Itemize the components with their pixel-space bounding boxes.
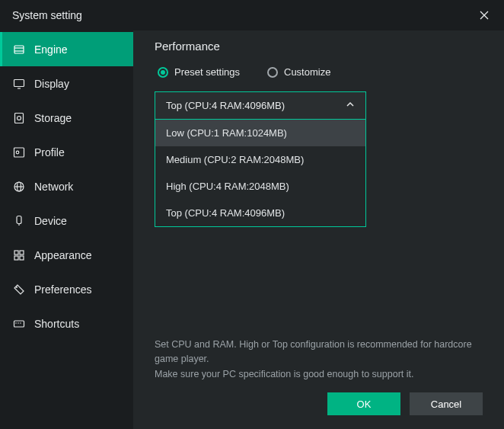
radio-preset-settings[interactable]: Preset settings bbox=[158, 66, 240, 78]
svg-rect-16 bbox=[14, 256, 18, 260]
chevron-up-icon bbox=[346, 100, 355, 111]
content-panel: Performance Preset settings Customize za… bbox=[133, 30, 504, 429]
sidebar-item-label: Network bbox=[34, 181, 73, 193]
sidebar-item-label: Shortcuts bbox=[34, 318, 79, 330]
display-icon bbox=[13, 78, 25, 90]
dialog-buttons: OK Cancel bbox=[155, 392, 483, 415]
profile-icon bbox=[13, 146, 25, 158]
svg-point-8 bbox=[16, 151, 19, 154]
svg-rect-19 bbox=[14, 321, 24, 327]
device-icon bbox=[13, 215, 25, 227]
radio-label: Preset settings bbox=[174, 66, 240, 78]
cancel-button[interactable]: Cancel bbox=[410, 392, 483, 415]
close-icon bbox=[480, 11, 489, 20]
radio-label: Customize bbox=[284, 66, 330, 78]
sidebar-item-profile[interactable]: Profile bbox=[0, 135, 133, 169]
sidebar-item-shortcuts[interactable]: Shortcuts bbox=[0, 306, 133, 341]
sidebar-item-storage[interactable]: Storage bbox=[0, 101, 133, 135]
dropdown-option-high[interactable]: High (CPU:4 RAM:2048MB) bbox=[155, 173, 365, 200]
svg-rect-5 bbox=[15, 113, 24, 123]
svg-rect-15 bbox=[20, 251, 24, 255]
dropdown-selected[interactable]: Top (CPU:4 RAM:4096MB) bbox=[155, 92, 365, 120]
ok-button[interactable]: OK bbox=[327, 392, 400, 415]
preset-dropdown[interactable]: Top (CPU:4 RAM:4096MB) Low (CPU:1 RAM:10… bbox=[155, 91, 366, 227]
svg-rect-3 bbox=[14, 79, 24, 86]
section-title-performance: Performance bbox=[155, 40, 483, 53]
sidebar-item-label: Profile bbox=[34, 146, 65, 158]
radio-customize[interactable]: Customize bbox=[267, 66, 330, 78]
svg-point-6 bbox=[18, 116, 21, 120]
footer-line-2: Make sure your PC specification is good … bbox=[155, 367, 483, 382]
radio-dot-icon bbox=[267, 67, 278, 78]
storage-icon bbox=[13, 112, 25, 124]
close-button[interactable] bbox=[474, 5, 495, 26]
radio-dot-icon bbox=[158, 67, 168, 78]
engine-icon bbox=[13, 43, 25, 56]
sidebar-item-appearance[interactable]: Appearance bbox=[0, 238, 133, 272]
sidebar-item-display[interactable]: Display bbox=[0, 66, 133, 101]
dropdown-list: Low (CPU:1 RAM:1024MB) Medium (CPU:2 RAM… bbox=[155, 120, 365, 226]
sidebar-item-label: Storage bbox=[34, 112, 72, 124]
sidebar-item-label: Device bbox=[34, 215, 67, 227]
sidebar: Engine Display Storage Profile Network bbox=[0, 30, 133, 429]
sidebar-item-label: Preferences bbox=[34, 283, 91, 296]
sidebar-item-label: Display bbox=[34, 78, 69, 90]
sidebar-item-preferences[interactable]: Preferences bbox=[0, 272, 133, 306]
preferences-icon bbox=[13, 283, 25, 296]
footer-line-1: Set CPU and RAM. High or Top configurati… bbox=[155, 338, 483, 367]
svg-rect-14 bbox=[14, 251, 18, 255]
sidebar-item-device[interactable]: Device bbox=[0, 203, 133, 238]
dropdown-selected-label: Top (CPU:4 RAM:4096MB) bbox=[166, 100, 285, 111]
footer-help-text: Set CPU and RAM. High or Top configurati… bbox=[155, 338, 483, 382]
appearance-icon bbox=[13, 249, 25, 261]
sidebar-item-network[interactable]: Network bbox=[0, 169, 133, 203]
radio-group-mode: Preset settings Customize bbox=[158, 66, 483, 78]
shortcuts-icon bbox=[13, 318, 25, 330]
sidebar-item-label: Appearance bbox=[34, 249, 92, 261]
dropdown-option-medium[interactable]: Medium (CPU:2 RAM:2048MB) bbox=[155, 146, 365, 173]
svg-rect-12 bbox=[17, 216, 21, 223]
svg-rect-0 bbox=[14, 46, 24, 53]
sidebar-item-label: Engine bbox=[34, 43, 68, 56]
dropdown-option-top[interactable]: Top (CPU:4 RAM:4096MB) bbox=[155, 200, 365, 226]
svg-rect-17 bbox=[20, 256, 24, 260]
title-bar: System setting bbox=[0, 0, 504, 30]
svg-point-18 bbox=[16, 287, 18, 288]
network-icon bbox=[13, 181, 25, 193]
sidebar-item-engine[interactable]: Engine bbox=[0, 32, 133, 66]
window-title: System setting bbox=[12, 9, 82, 21]
dropdown-option-low[interactable]: Low (CPU:1 RAM:1024MB) bbox=[155, 120, 365, 146]
main-layout: Engine Display Storage Profile Network bbox=[0, 30, 504, 429]
